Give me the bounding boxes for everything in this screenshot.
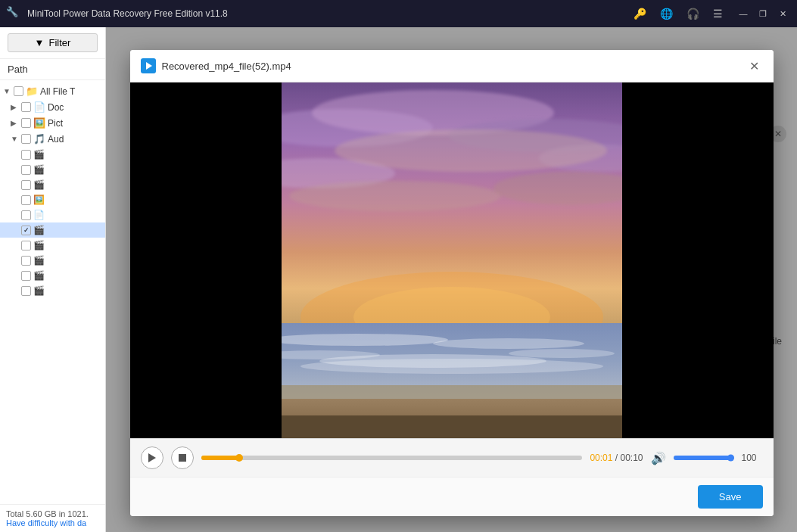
file-icon-5: 📄 [33,210,45,220]
sidebar: ▼ Filter Path ▼ 📁 All File T ▶ 📄 Doc [0,27,106,532]
maximize-button[interactable]: ❐ [755,6,771,21]
tree-item-file-1[interactable]: 🎬 [0,147,105,162]
video-container [130,82,774,438]
title-bar: 🔧 MiniTool Power Data Recovery Free Edit… [0,0,797,27]
svg-point-9 [289,181,501,211]
app-title: MiniTool Power Data Recovery Free Editio… [27,8,630,19]
checkbox-file-8[interactable] [21,256,31,266]
tree-item-file-2[interactable]: 🎬 [0,162,105,177]
tree-item-label-pictures: Pict [48,118,63,129]
title-bar-icons: 🔑 🌐 🎧 ☰ [630,6,726,21]
tree-item-file-9[interactable]: 🎬 [0,268,105,283]
file-icon-2: 🎬 [33,164,45,175]
tree-item-file-5[interactable]: 📄 [0,207,105,222]
video-black-right [622,82,774,438]
dialog-close-button[interactable]: ✕ [746,58,763,74]
window-controls: — ❐ ✕ [735,6,791,21]
help-link[interactable]: Have difficulty with da [6,518,86,527]
progress-fill [201,456,239,460]
svg-point-19 [300,359,603,374]
expand-icon-doc: ▶ [11,103,21,111]
tree-item-label-audio: Aud [48,134,64,145]
expand-icon-pictures: ▶ [11,119,21,127]
checkbox-file-9[interactable] [21,271,31,281]
current-time: 00:01 [590,453,612,463]
sidebar-bottom: Total 5.60 GB in 1021. Have difficulty w… [0,504,105,532]
file-icon-1: 🎬 [33,149,45,160]
progress-thumb [235,454,243,462]
svg-point-17 [509,349,615,358]
checkbox-file-5[interactable] [21,210,31,220]
filter-icon: ▼ [35,37,45,48]
preview-dialog: Recovered_mp4_file(52).mp4 ✕ [130,50,774,516]
checkbox-file-3[interactable] [21,180,31,190]
file-icon-7: 🎬 [33,240,45,250]
dialog-titlebar: Recovered_mp4_file(52).mp4 ✕ [130,50,774,82]
tree-item-all-files[interactable]: ▼ 📁 All File T [0,83,105,99]
tree-item-file-10[interactable]: 🎬 [0,283,105,298]
tree-item-file-4[interactable]: 🖼️ [0,192,105,207]
file-icon-6: 🎬 [33,225,45,235]
volume-value: 100 [742,453,763,463]
tree-item-file-6[interactable]: ✓ 🎬 [0,222,105,238]
stop-button[interactable] [171,446,194,469]
file-tree: ▼ 📁 All File T ▶ 📄 Doc ▶ 🖼️ Pict [0,80,105,504]
app-close-button[interactable]: ✕ [774,6,791,21]
file-icon-8: 🎬 [33,255,45,266]
checkbox-audio[interactable] [21,134,31,144]
tree-item-label-all-files: All File T [40,86,75,97]
volume-slider[interactable] [674,456,734,460]
video-black-left [130,82,282,438]
checkbox-file-10[interactable] [21,286,31,296]
checkbox-file-7[interactable] [21,241,31,250]
folder-icon-audio: 🎵 [33,133,45,145]
tree-item-file-8[interactable]: 🎬 [0,253,105,268]
tree-item-file-3[interactable]: 🎬 [0,177,105,192]
app-logo: 🔧 [6,6,21,21]
tree-item-pictures[interactable]: ▶ 🖼️ Pict [0,115,105,131]
dialog-title: Recovered_mp4_file(52).mp4 [162,61,746,72]
expand-icon-audio: ▼ [11,135,21,143]
file-icon-4: 🖼️ [33,194,45,205]
globe-icon[interactable]: 🌐 [657,6,676,21]
svg-point-8 [335,129,607,172]
tree-item-doc[interactable]: ▶ 📄 Doc [0,99,105,115]
svg-point-15 [433,338,584,349]
volume-icon[interactable]: 🔊 [651,451,666,465]
folder-icon-doc: 📄 [33,101,45,113]
svg-rect-24 [179,454,186,462]
svg-marker-23 [148,453,156,462]
main-content: ✕ _file Recovered_mp4_file(52).mp4 ✕ [106,27,797,532]
checkbox-pictures[interactable] [21,118,31,128]
headphones-icon[interactable]: 🎧 [683,6,702,21]
checkbox-file-2[interactable] [21,165,31,175]
key-icon[interactable]: 🔑 [630,6,649,21]
total-time: 00:10 [620,453,643,463]
sidebar-filter-area: ▼ Filter [0,27,105,59]
tree-item-file-7[interactable]: 🎬 [0,238,105,253]
tree-item-audio[interactable]: ▼ 🎵 Aud [0,131,105,147]
path-label: Path [0,59,105,80]
folder-icon-all-files: 📁 [26,86,38,97]
progress-bar[interactable] [201,456,583,460]
file-icon-10: 🎬 [33,285,45,296]
checkbox-all-files[interactable] [14,86,23,96]
filter-button[interactable]: ▼ Filter [8,33,98,52]
checkbox-file-4[interactable] [21,195,31,205]
tree-item-label-doc: Doc [48,102,64,113]
total-info: Total 5.60 GB in 1021. [6,509,99,518]
menu-icon[interactable]: ☰ [710,6,726,21]
save-button[interactable]: Save [698,485,763,509]
minimize-button[interactable]: — [735,6,752,21]
play-button[interactable] [141,446,163,469]
checkbox-file-6[interactable]: ✓ [21,226,31,235]
checkbox-doc[interactable] [21,102,31,112]
controls-bar: 00:01 / 00:10 🔊 100 [130,438,774,477]
time-display: 00:01 / 00:10 [590,453,643,463]
dialog-overlay: Recovered_mp4_file(52).mp4 ✕ [106,27,797,532]
volume-fill [674,456,731,460]
video-frame [282,82,622,438]
expand-icon: ▼ [3,87,14,95]
folder-icon-pictures: 🖼️ [33,117,45,129]
checkbox-file-1[interactable] [21,150,31,160]
